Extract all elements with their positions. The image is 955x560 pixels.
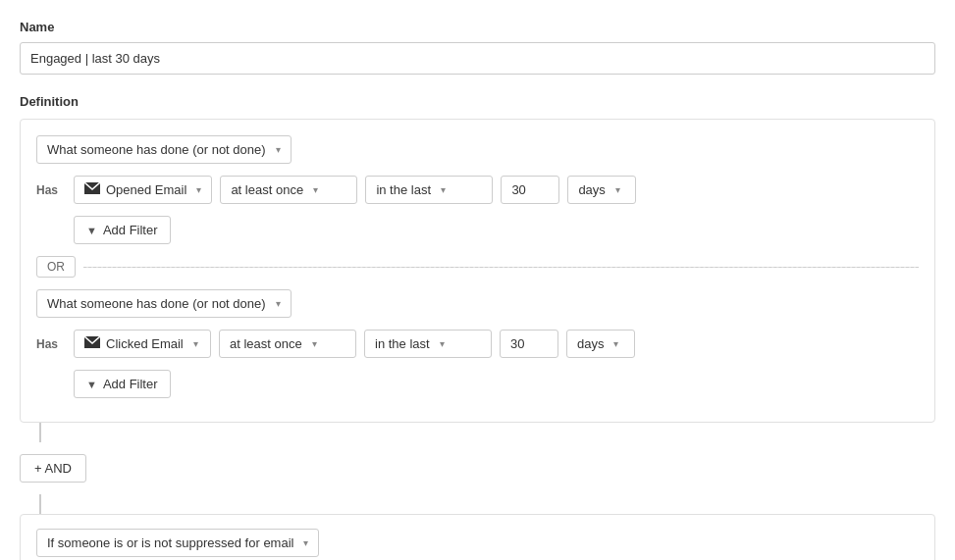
what-dropdown-1-label: What someone has done (or not done) [47, 142, 266, 157]
page-container: Name Definition What someone has done (o… [20, 20, 935, 560]
or-divider: OR [36, 256, 919, 278]
suppression-dropdown-label: If someone is or is not suppressed for e… [47, 535, 293, 550]
add-filter-button-1[interactable]: ▼ Add Filter [74, 216, 171, 244]
number-field-1[interactable]: 30 [501, 176, 559, 204]
event-label-2: Clicked Email [106, 336, 184, 351]
suppression-chevron: ▾ [303, 537, 308, 548]
name-section: Name [20, 20, 935, 94]
name-input[interactable] [20, 42, 935, 75]
suppression-dropdown[interactable]: If someone is or is not suppressed for e… [36, 529, 319, 557]
time-label-2: in the last [375, 336, 430, 351]
definition-section: Definition What someone has done (or not… [20, 94, 935, 560]
number-field-2[interactable]: 30 [500, 330, 558, 358]
and-connector-wrapper: + AND [20, 423, 935, 514]
has-label-1: Has [36, 183, 66, 197]
event-chevron-2: ▾ [193, 338, 198, 349]
what-dropdown-2-label: What someone has done (or not done) [47, 296, 266, 311]
or-badge: OR [36, 256, 76, 278]
time-label-1: in the last [376, 182, 431, 197]
event-label-1: Opened Email [106, 182, 186, 197]
what-dropdown-1[interactable]: What someone has done (or not done) ▾ [36, 135, 292, 164]
suppression-block: If someone is or is not suppressed for e… [20, 514, 935, 560]
add-filter-label-2: Add Filter [103, 377, 158, 391]
add-filter-label-1: Add Filter [103, 223, 158, 237]
definition-label: Definition [20, 94, 935, 109]
frequency-chevron-1: ▾ [313, 184, 318, 195]
event-dropdown-1[interactable]: Opened Email ▾ [74, 176, 212, 204]
condition-group-2: What someone has done (or not done) ▾ Ha… [36, 289, 919, 398]
time-chevron-1: ▾ [441, 184, 446, 195]
number-value-1: 30 [511, 182, 525, 197]
and-button[interactable]: + AND [20, 454, 86, 483]
chevron-down-icon: ▾ [276, 144, 281, 155]
condition-group-1: What someone has done (or not done) ▾ Ha… [36, 135, 919, 244]
time-dropdown-2[interactable]: in the last ▾ [364, 330, 492, 358]
unit-label-1: days [578, 182, 605, 197]
filter-row-1: Has Opened Email ▾ at least once [36, 176, 919, 204]
and-button-label: + AND [34, 461, 72, 476]
what-row-1: What someone has done (or not done) ▾ [36, 135, 919, 164]
unit-label-2: days [577, 336, 604, 351]
has-label-2: Has [36, 337, 66, 351]
event-dropdown-2[interactable]: Clicked Email ▾ [74, 330, 211, 358]
time-dropdown-1[interactable]: in the last ▾ [365, 176, 493, 204]
unit-chevron-1: ▾ [615, 184, 620, 195]
number-value-2: 30 [510, 336, 524, 351]
filter-row-2: Has Clicked Email ▾ at least once [36, 330, 919, 358]
event-chevron-1: ▾ [196, 184, 201, 195]
envelope-icon-1 [84, 182, 100, 197]
unit-dropdown-1[interactable]: days ▾ [567, 176, 636, 204]
definition-block: What someone has done (or not done) ▾ Ha… [20, 119, 935, 423]
add-filter-button-2[interactable]: ▼ Add Filter [74, 370, 171, 398]
envelope-icon-2 [84, 336, 100, 351]
what-row-2: What someone has done (or not done) ▾ [36, 289, 919, 318]
frequency-chevron-2: ▾ [312, 338, 317, 349]
filter-icon-1: ▼ [86, 225, 97, 236]
and-connector-line [39, 423, 41, 442]
suppression-dropdown-row: If someone is or is not suppressed for e… [36, 529, 919, 557]
chevron-down-icon-2: ▾ [276, 298, 281, 309]
frequency-dropdown-2[interactable]: at least once ▾ [219, 330, 356, 358]
unit-dropdown-2[interactable]: days ▾ [566, 330, 635, 358]
or-line [83, 267, 919, 268]
name-label: Name [20, 20, 935, 34]
frequency-label-2: at least once [230, 336, 302, 351]
frequency-label-1: at least once [231, 182, 303, 197]
unit-chevron-2: ▾ [613, 338, 618, 349]
frequency-dropdown-1[interactable]: at least once ▾ [220, 176, 357, 204]
filter-icon-2: ▼ [86, 379, 97, 390]
and-connector-line-2 [39, 494, 41, 514]
what-dropdown-2[interactable]: What someone has done (or not done) ▾ [36, 289, 292, 318]
time-chevron-2: ▾ [440, 338, 445, 349]
